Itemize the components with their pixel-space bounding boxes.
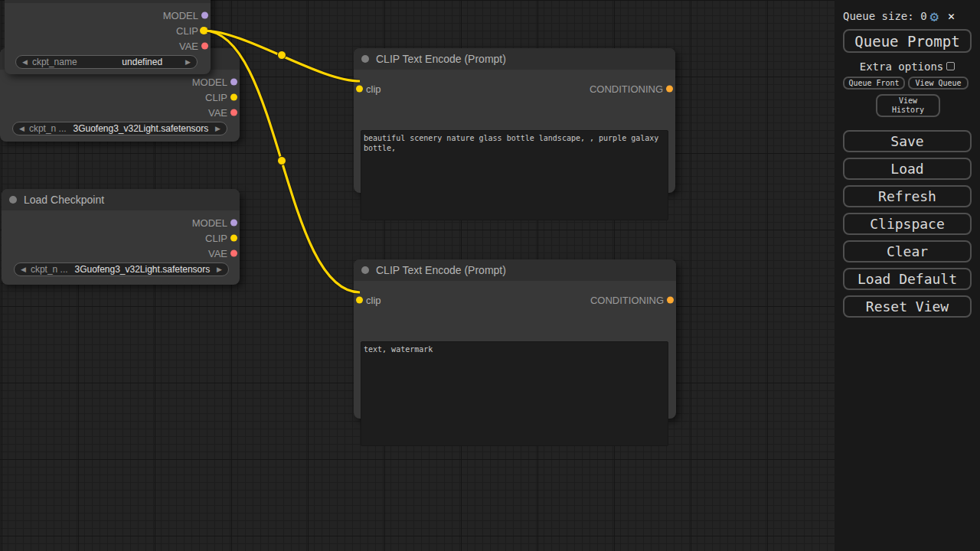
clip-slot-icon[interactable] — [201, 28, 208, 34]
ckpt-name-combo[interactable]: ◀ ckpt_n ... 3Guofeng3_v32Light.safetens… — [12, 122, 227, 135]
slot-label: VAE — [208, 248, 227, 259]
node-title: CLIP Text Encode (Prompt) — [376, 53, 506, 65]
node-load-checkpoint-top[interactable]: Load Checkpoint MODEL CLIP VAE ◀ ckpt_na… — [5, 0, 211, 74]
settings-gear-icon[interactable]: ⚙ — [930, 9, 939, 24]
output-slot-model[interactable]: MODEL — [0, 74, 240, 90]
output-slot-clip[interactable]: CLIP — [0, 90, 240, 105]
slot-label: CLIP — [205, 92, 227, 103]
view-history-line1: View — [899, 96, 917, 106]
collapse-dot-icon[interactable] — [9, 196, 17, 204]
model-slot-icon[interactable] — [230, 220, 237, 227]
combo-value: undefined — [82, 57, 181, 67]
combo-label: ckpt_name — [32, 57, 77, 67]
node-title-bar[interactable]: CLIP Text Encode (Prompt) — [354, 48, 675, 70]
queue-front-button[interactable]: Queue Front — [843, 77, 905, 90]
comfy-menu-panel: Queue size: 0 ⚙ ✕ Queue Prompt Extra opt… — [835, 0, 980, 551]
slot-label: MODEL — [192, 217, 227, 229]
queue-prompt-button[interactable]: Queue Prompt — [843, 29, 972, 53]
extra-options-label: Extra options — [860, 60, 944, 73]
combo-right-arrow-icon[interactable]: ▶ — [217, 266, 222, 273]
ckpt-name-combo[interactable]: ◀ ckpt_n ... 3Guofeng3_v32Light.safetens… — [14, 262, 229, 276]
queue-size-label: Queue size: 0 — [843, 10, 927, 22]
slot-label: MODEL — [192, 77, 227, 88]
output-slot-model[interactable]: MODEL — [5, 8, 211, 23]
clip-slot-icon[interactable] — [230, 235, 237, 242]
combo-label: ckpt_n ... — [29, 123, 67, 134]
node-clip-text-encode-positive[interactable]: CLIP Text Encode (Prompt) clip CONDITION… — [354, 48, 675, 193]
combo-value: 3Guofeng3_v32Light.safetensors — [73, 264, 212, 275]
graph-canvas[interactable]: Load Checkpoint MODEL CLIP VAE ◀ ckpt_n … — [0, 0, 980, 551]
conditioning-output-label: CONDITIONING — [590, 83, 663, 95]
clip-input-icon[interactable] — [356, 297, 363, 304]
output-slot-vae[interactable]: VAE — [0, 105, 240, 120]
view-history-button[interactable]: View History — [876, 94, 940, 117]
collapse-dot-icon[interactable] — [361, 266, 369, 274]
combo-left-arrow-icon[interactable]: ◀ — [19, 126, 24, 132]
combo-left-arrow-icon[interactable]: ◀ — [21, 266, 26, 273]
node-title-bar[interactable]: Load Checkpoint — [2, 189, 240, 210]
node-title-bar[interactable]: CLIP Text Encode (Prompt) — [354, 259, 676, 281]
wire-midpoint-dot[interactable] — [278, 51, 286, 60]
vae-slot-icon[interactable] — [201, 43, 208, 50]
clip-input-label: clip — [366, 295, 381, 306]
combo-label: ckpt_n ... — [31, 264, 68, 275]
combo-right-arrow-icon[interactable]: ▶ — [185, 59, 191, 66]
output-slot-model[interactable]: MODEL — [2, 215, 240, 230]
combo-value: 3Guofeng3_v32Light.safetensors — [71, 123, 211, 134]
node-title: CLIP Text Encode (Prompt) — [376, 264, 506, 276]
clip-input-icon[interactable] — [356, 86, 363, 93]
output-slot-clip[interactable]: CLIP — [2, 230, 240, 246]
load-button[interactable]: Load — [843, 158, 972, 180]
slot-label: VAE — [179, 41, 198, 52]
node-load-checkpoint-bottom[interactable]: Load Checkpoint MODEL CLIP VAE ◀ ckpt_n … — [2, 189, 240, 285]
collapse-dot-icon[interactable] — [361, 55, 369, 63]
slot-label: MODEL — [163, 10, 198, 21]
output-slot-vae[interactable]: VAE — [5, 38, 211, 54]
wire-midpoint-dot[interactable] — [278, 157, 286, 165]
slot-label: CLIP — [176, 25, 198, 37]
close-menu-icon[interactable]: ✕ — [948, 11, 955, 22]
view-history-line2: History — [892, 106, 924, 115]
conditioning-output-icon[interactable] — [666, 86, 673, 93]
clear-button[interactable]: Clear — [843, 240, 972, 262]
positive-prompt-textarea[interactable]: beautiful scenery nature glass bottle la… — [361, 130, 668, 220]
slot-label: CLIP — [205, 233, 227, 244]
save-button[interactable]: Save — [843, 130, 972, 152]
node-title: Load Checkpoint — [24, 194, 104, 206]
refresh-button[interactable]: Refresh — [843, 185, 972, 207]
vae-slot-icon[interactable] — [230, 109, 237, 116]
output-slot-clip[interactable]: CLIP — [5, 23, 211, 38]
clip-input-label: clip — [366, 83, 381, 95]
view-queue-button[interactable]: View Queue — [908, 77, 969, 90]
model-slot-icon[interactable] — [201, 12, 208, 19]
extra-options-checkbox[interactable] — [946, 62, 955, 70]
combo-left-arrow-icon[interactable]: ◀ — [22, 59, 28, 66]
conditioning-output-label: CONDITIONING — [590, 295, 664, 306]
output-slot-vae[interactable]: VAE — [2, 246, 240, 261]
slot-label: VAE — [208, 107, 227, 119]
clipspace-button[interactable]: Clipspace — [843, 213, 972, 235]
reset-view-button[interactable]: Reset View — [843, 295, 972, 318]
load-default-button[interactable]: Load Default — [843, 268, 972, 290]
negative-prompt-textarea[interactable]: text, watermark — [361, 341, 668, 446]
conditioning-output-icon[interactable] — [667, 297, 674, 304]
ckpt-name-combo[interactable]: ◀ ckpt_name undefined ▶ — [15, 55, 198, 69]
combo-right-arrow-icon[interactable]: ▶ — [215, 126, 220, 132]
vae-slot-icon[interactable] — [230, 250, 237, 257]
node-clip-text-encode-negative[interactable]: CLIP Text Encode (Prompt) clip CONDITION… — [354, 259, 676, 419]
clip-slot-icon[interactable] — [230, 94, 237, 101]
model-slot-icon[interactable] — [230, 79, 237, 86]
